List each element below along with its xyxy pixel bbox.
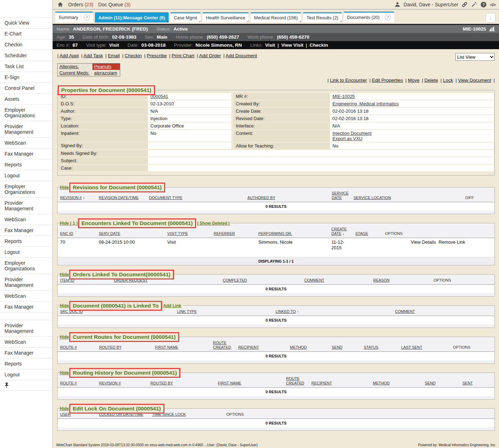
link-icon[interactable] <box>461 1 468 8</box>
sidebar-item-webscan[interactable]: WebScan <box>0 138 52 149</box>
add-order-link[interactable]: Add Order <box>199 53 221 58</box>
sidebar-item-webscan[interactable]: WebScan <box>0 291 52 302</box>
user-name[interactable]: David, Dave - SuperUser <box>404 2 459 7</box>
delete-link[interactable]: Delete <box>425 78 438 83</box>
email-link[interactable]: Email <box>108 53 120 58</box>
sidebar-item-e-sign[interactable]: E-Sign <box>0 72 52 83</box>
column-header[interactable]: VISIT TYPE <box>165 231 211 236</box>
sidebar-item-provider-management[interactable]: Provider Management <box>0 198 52 214</box>
add-task-link[interactable]: Add Task <box>84 53 103 58</box>
hide-link[interactable]: Hide <box>59 370 69 375</box>
column-header[interactable]: SEND <box>422 381 460 386</box>
column-header[interactable]: ROUTE # <box>58 381 97 386</box>
column-header[interactable]: REASON <box>371 278 431 283</box>
sidebar-item-reports[interactable]: Reports <box>0 159 52 170</box>
created-by-link[interactable]: Engineering, Medical Informatics <box>332 101 399 106</box>
help-icon[interactable]: ? <box>480 1 487 8</box>
wand-icon[interactable] <box>471 1 477 8</box>
sidebar-item-quick-view[interactable]: Quick View <box>0 18 52 28</box>
sidebar-item-scheduler[interactable]: Scheduler <box>0 50 52 61</box>
sidebar-item-employer-organizations[interactable]: Employer Organizations <box>0 105 52 121</box>
column-header[interactable]: COMMENT <box>393 309 494 314</box>
sidebar-item-logout[interactable]: Logout <box>0 247 52 258</box>
column-header[interactable]: REVISION # <box>97 381 148 386</box>
column-header[interactable]: DOCUMENT TYPE <box>147 196 245 200</box>
checkin-link[interactable]: Checkin <box>310 42 328 48</box>
column-header[interactable]: METHOD <box>287 345 329 350</box>
link-to-encounter-link[interactable]: Link to Encounter <box>330 78 367 83</box>
export-vxu-link[interactable]: Export as VXU <box>332 136 362 141</box>
sidebar-item-employer-organizations[interactable]: Employer Organizations <box>0 181 52 198</box>
injection-document-link[interactable]: Injection Document <box>332 131 371 136</box>
edit-properties-link[interactable]: Edit Properties <box>372 78 403 83</box>
column-header[interactable]: SERVICE LOCATION <box>351 196 451 200</box>
sidebar-item-assets[interactable]: Assets <box>0 94 52 105</box>
sidebar-item-e-chart[interactable]: E-Chart <box>0 28 52 39</box>
column-header[interactable]: CREATE DATE↓ <box>329 227 353 236</box>
column-header[interactable]: ROUTE CREATED <box>284 376 309 386</box>
column-header[interactable]: COMMENT <box>302 278 371 283</box>
popout-icon[interactable]: ↗ <box>84 14 90 20</box>
column-header[interactable]: LINK TYPE <box>175 309 273 314</box>
move-link[interactable]: Move <box>408 78 420 83</box>
tab-documents[interactable]: Documents (20) ↗ <box>344 12 394 22</box>
lock-link[interactable]: Lock <box>443 78 453 83</box>
hide-link[interactable]: Hide <box>59 406 69 411</box>
column-header[interactable]: ENC ID <box>58 231 96 236</box>
sidebar-item-webscan[interactable]: WebScan <box>0 214 52 225</box>
column-header[interactable]: ROUTE # <box>58 345 97 350</box>
column-header[interactable]: FIRST NAME <box>153 345 210 350</box>
column-header[interactable]: REVISION #↕ <box>58 196 96 200</box>
chart-icon[interactable] <box>489 26 495 32</box>
sidebar-item-fax-manager[interactable]: Fax Manager <box>0 302 52 312</box>
column-header[interactable]: ROUTED BY <box>148 381 215 386</box>
column-header[interactable]: COMPLETED <box>220 278 302 283</box>
column-header[interactable]: REFERRER <box>211 231 256 236</box>
sidebar-item-webscan[interactable]: WebScan <box>0 337 52 348</box>
sidebar-item-reports[interactable]: Reports <box>0 236 52 247</box>
code-icon[interactable]: </> <box>490 2 495 7</box>
show-deleted-link[interactable]: Show Deleted <box>196 221 231 226</box>
add-document-link[interactable]: Add Document <box>226 53 257 58</box>
column-header[interactable]: SEND <box>329 345 361 350</box>
sidebar-item-logout[interactable]: Logout <box>0 369 52 380</box>
column-header[interactable]: PERFORMING DR. <box>256 231 329 236</box>
orders-link[interactable]: Orders (23) <box>68 2 93 7</box>
sidebar-item-fax-manager[interactable]: Fax Manager <box>0 225 52 236</box>
column-header[interactable]: FIRST NAME <box>215 381 284 386</box>
doc-queue-link[interactable]: Doc Queue (3) <box>98 2 131 7</box>
tab-case-mgmt[interactable]: Case Mgmt <box>170 12 201 22</box>
column-header[interactable]: REVISION DATE/TIME <box>96 196 147 200</box>
tab-medical-record[interactable]: Medical Record (156) <box>251 12 301 22</box>
hide-link[interactable]: Hide <box>59 303 69 308</box>
tab-summary[interactable]: Summary ↗ <box>55 12 93 22</box>
column-header[interactable]: LINKED TO↑ <box>273 309 393 314</box>
tab-admin-message-center[interactable]: Admin (11):Message Center (6) <box>95 12 169 22</box>
print-chart-link[interactable]: Print Chart <box>172 53 195 58</box>
column-header[interactable]: ROUTE CREATED <box>210 341 236 350</box>
tab-health-surveillance[interactable]: Health Surveillance <box>202 12 249 22</box>
sidebar-item-provider-management[interactable]: Provider Management <box>0 320 52 337</box>
column-header[interactable]: RECIPIENT <box>309 381 370 386</box>
current-meds-label[interactable]: Current Meds: <box>58 70 92 76</box>
tab-test-results[interactable]: Test Results (2) <box>303 12 342 22</box>
column-header[interactable]: SERV DATE <box>96 231 165 236</box>
allergy-peanuts[interactable]: Peanuts <box>92 64 120 70</box>
column-header[interactable]: STAGE <box>353 231 383 236</box>
column-header[interactable]: METHOD <box>370 381 422 386</box>
checkin-action-link[interactable]: Checkin <box>125 53 142 58</box>
column-header[interactable]: ROUTED BY <box>97 345 153 350</box>
column-header[interactable]: RECIPIENT <box>236 345 287 350</box>
view-visit-link[interactable]: View Visit <box>281 42 304 48</box>
hide-link[interactable]: Hide <box>59 185 69 190</box>
sidebar-item-fax-manager[interactable]: Fax Manager <box>0 149 52 159</box>
med-alprazolam[interactable]: alprazolam <box>94 70 117 75</box>
column-header[interactable]: STATUS <box>361 345 399 350</box>
hide-link[interactable]: Hide ( 1 ) <box>59 221 78 226</box>
sidebar-item-reports[interactable]: Reports <box>0 358 52 369</box>
view-select[interactable]: List View <box>455 53 495 61</box>
tab-scroll-down-button[interactable]: ↓ <box>486 13 495 22</box>
add-appt-link[interactable]: Add Appt <box>60 53 79 58</box>
view-details-action[interactable]: View Details <box>411 239 436 245</box>
visit-link[interactable]: Visit <box>265 42 275 48</box>
